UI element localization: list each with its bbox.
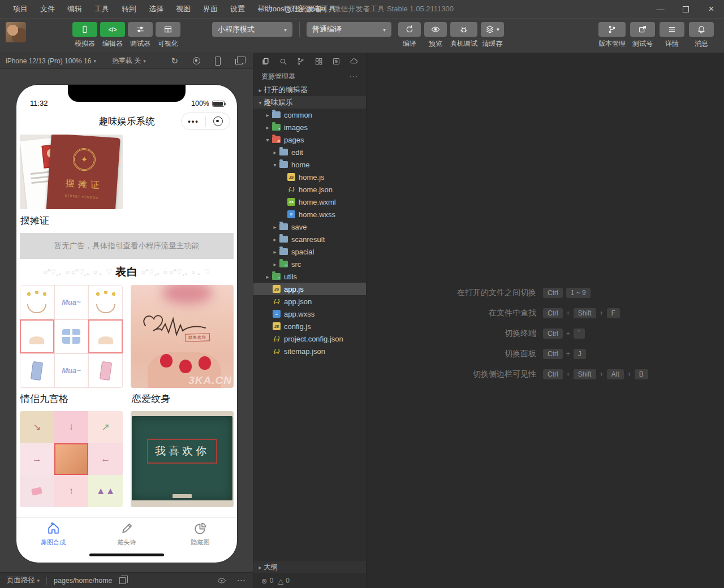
tree-item-spacial[interactable]: ▸spacial xyxy=(253,245,366,258)
tree-item-sitemap.json[interactable]: {..}sitemap.json xyxy=(253,345,366,357)
toggle-编辑器[interactable]: </>编辑器 xyxy=(100,22,125,49)
image-card-pastel-grid[interactable]: ↘↓↗→←↑▲▲ xyxy=(20,411,123,507)
chevron-right-icon: ▸ xyxy=(264,274,271,280)
device-selector[interactable]: iPhone 12/13 (Pro) 100% 16▾ xyxy=(6,57,96,65)
tree-item-趣味娱乐[interactable]: ▾趣味娱乐 xyxy=(253,96,366,109)
compile-select[interactable]: 普通编译▾ xyxy=(307,22,391,37)
extensions-icon[interactable] xyxy=(310,57,327,66)
chevron-down-icon: ▾ xyxy=(93,58,96,64)
image-card-wenshen[interactable]: 我喜欢你 3KA.CN xyxy=(131,285,234,388)
key-chip: ` xyxy=(574,328,585,339)
tree-label: app.wxss xyxy=(284,310,314,318)
tree-item-home.wxss[interactable]: ≡home.wxss xyxy=(253,208,366,220)
tree-item-edit[interactable]: ▸edit xyxy=(253,146,366,158)
tree-item-src[interactable]: ▸‹›src xyxy=(253,258,366,270)
tree-item-pages[interactable]: ▾✕pages xyxy=(253,133,366,146)
minimize-button[interactable]: — xyxy=(648,0,673,18)
cloud-dev-icon[interactable] xyxy=(345,57,363,66)
tab-趣图合成[interactable]: 趣图合成 xyxy=(16,521,90,547)
editor-area[interactable]: 在打开的文件之间切换Ctrl1 ~ 9在文件中查找Ctrl+Shift+F切换终… xyxy=(367,53,724,588)
refresh-icon[interactable]: ↻ xyxy=(171,56,178,66)
user-avatar[interactable] xyxy=(6,22,26,42)
tree-item-scanresult[interactable]: ▸scanresult xyxy=(253,233,366,245)
blackboard-text: 我喜欢你 xyxy=(147,439,217,464)
menu-视图[interactable]: 视图 xyxy=(170,0,197,18)
files-icon[interactable] xyxy=(257,57,274,66)
action-label: 版本管理 xyxy=(598,39,626,49)
record-icon[interactable] xyxy=(193,57,200,64)
external-icon xyxy=(630,22,655,37)
tree-item-app.wxss[interactable]: ≡app.wxss xyxy=(253,308,366,320)
tree-label: app.json xyxy=(284,297,312,306)
menu-微信开发者工具[interactable]: 微信开发者工具 xyxy=(278,0,342,18)
menu-工具[interactable]: 工具 xyxy=(88,0,115,18)
menu-转到[interactable]: 转到 xyxy=(115,0,143,18)
mock-panel-icon[interactable] xyxy=(327,57,345,66)
menu-项目[interactable]: 项目 xyxy=(7,0,34,18)
action-真机调试[interactable]: 真机调试 xyxy=(450,22,477,49)
key-chip: Shift xyxy=(574,369,596,379)
image-card-baitanzheng[interactable]: ✦ 摆摊证 STREET VENDOR xyxy=(20,135,123,209)
pastel-grid-graphic: ↘↓↗→←↑▲▲ xyxy=(20,411,123,507)
mode-select[interactable]: 小程序模式▾ xyxy=(212,22,292,37)
more-options-icon[interactable]: ··· xyxy=(238,577,247,585)
toggle-调试器[interactable]: 调试器 xyxy=(128,22,153,49)
tree-item-utils[interactable]: ▸+utils xyxy=(253,270,366,283)
eye-icon xyxy=(424,22,447,37)
tree-item-save[interactable]: ▸save xyxy=(253,220,366,233)
tree-item-打开的编辑器[interactable]: ▸打开的编辑器 xyxy=(253,84,366,96)
git-icon[interactable] xyxy=(292,57,309,66)
panel-more-icon[interactable]: ··· xyxy=(350,72,358,80)
hot-reload-toggle[interactable]: 热重载 关▾ xyxy=(112,56,146,66)
tree-item-home.wxml[interactable]: <>home.wxml xyxy=(253,196,366,208)
tab-藏头诗[interactable]: 藏头诗 xyxy=(90,521,163,547)
status-time: 11:32 xyxy=(30,99,48,107)
copy-icon[interactable] xyxy=(119,577,126,584)
key-chip: Ctrl xyxy=(543,328,563,339)
action-预览[interactable]: 预览 xyxy=(424,22,447,49)
action-消息[interactable]: 消息 xyxy=(689,22,714,49)
search-icon[interactable] xyxy=(274,57,292,66)
action-版本管理[interactable]: 版本管理 xyxy=(598,22,626,49)
tree-item-home.json[interactable]: {..}home.json xyxy=(253,183,366,196)
menu-帮助[interactable]: 帮助 xyxy=(251,0,278,18)
home-icon xyxy=(46,521,61,537)
menu-编辑[interactable]: 编辑 xyxy=(61,0,88,18)
menu-界面[interactable]: 界面 xyxy=(197,0,224,18)
tree-item-project.config.json[interactable]: {..}project.config.json xyxy=(253,332,366,345)
tree-item-app.json[interactable]: {..}app.json xyxy=(253,295,366,308)
card-label: 摆摊证 xyxy=(20,214,234,227)
exit-target-icon[interactable] xyxy=(206,116,230,126)
tree-item-home.js[interactable]: JShome.js xyxy=(253,171,366,183)
menu-文件[interactable]: 文件 xyxy=(34,0,61,18)
image-card-blackboard[interactable]: 我喜欢你 xyxy=(131,411,234,507)
tree-item-common[interactable]: ▸common xyxy=(253,109,366,121)
device-frame-icon[interactable] xyxy=(215,57,221,66)
tree-item-home[interactable]: ▾home xyxy=(253,158,366,171)
eye-icon[interactable] xyxy=(217,576,226,585)
close-button[interactable]: × xyxy=(699,0,724,18)
tree-item-config.js[interactable]: JSconfig.js xyxy=(253,320,366,332)
more-menu-icon[interactable]: ••• xyxy=(182,117,205,126)
maximize-button[interactable] xyxy=(673,0,699,18)
action-清缓存[interactable]: ▾清缓存 xyxy=(481,22,504,49)
menu-设置[interactable]: 设置 xyxy=(224,0,251,18)
action-测试号[interactable]: 测试号 xyxy=(630,22,655,49)
tab-隐藏图[interactable]: 隐藏图 xyxy=(163,521,237,547)
explorer-header: 资源管理器 ··· xyxy=(253,69,366,84)
action-详情[interactable]: 详情 xyxy=(660,22,684,49)
battery-percent: 100% xyxy=(191,100,209,107)
float-window-icon[interactable] xyxy=(235,57,243,64)
toggle-可视化[interactable]: 可视化 xyxy=(156,22,180,49)
menu-选择[interactable]: 选择 xyxy=(143,0,170,18)
tree-label: utils xyxy=(284,273,297,281)
action-编译[interactable]: 编译 xyxy=(398,22,421,49)
tree-item-images[interactable]: ▸▪images xyxy=(253,121,366,133)
image-card-jiugongge[interactable]: Mua~Mua~ xyxy=(20,285,123,388)
tab-label: 隐藏图 xyxy=(191,538,210,547)
outline-section[interactable]: ▸ 大纲 xyxy=(253,561,366,573)
sticker-cell-4 xyxy=(54,319,89,354)
toggle-模拟器[interactable]: 模拟器 xyxy=(72,22,97,49)
tree-item-app.js[interactable]: JSapp.js xyxy=(253,283,366,295)
path-mode-selector[interactable]: 页面路径 ▾ xyxy=(7,576,40,585)
